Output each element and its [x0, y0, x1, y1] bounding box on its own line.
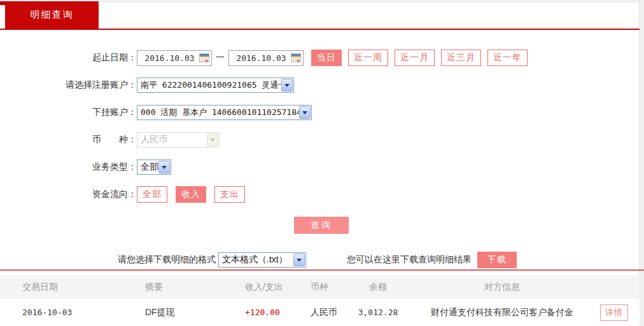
currency-row: 币 种： 人民币 [0, 132, 640, 148]
quick-range-week-button[interactable]: 近一周 [348, 50, 388, 66]
calendar-icon[interactable] [291, 53, 301, 63]
register-account-select[interactable]: 南平 6222001406100921065 灵通卡 [137, 78, 294, 93]
header-currency: 币种 [288, 282, 340, 293]
quick-range-today-button[interactable]: 当日 [311, 50, 342, 66]
header-counterparty: 对方信息 [416, 282, 589, 293]
table-row: 2016-10-03 DF提现 +120.00 人民币 3,012.28 财付通… [0, 299, 640, 326]
download-format-select[interactable]: 文本格式（.txt） [218, 252, 306, 268]
cell-counterparty: 财付通支付科技有限公司客户备付金 [416, 307, 589, 318]
fund-direction-row: 资金流向： 全部 收入 支出 [0, 186, 640, 203]
sub-account-label: 下挂账户： [0, 107, 137, 118]
chevron-down-icon [281, 79, 293, 92]
date-range-label: 起止日期： [0, 52, 137, 64]
chevron-down-icon [158, 161, 170, 173]
business-type-value: 全部 [141, 161, 158, 173]
date-separator: 一 [216, 52, 225, 64]
cell-trade-date: 2016-10-03 [0, 308, 123, 317]
detail-button[interactable]: 详情 [600, 304, 628, 321]
download-format-label: 请您选择下载明细的格式 [118, 254, 216, 266]
start-date-value: 2016.10.03 [140, 53, 199, 63]
date-range-row: 起止日期： 2016.10.03 一 2016.10.03 [0, 50, 640, 66]
header-balance: 余额 [340, 282, 416, 293]
fund-direction-all-button[interactable]: 全部 [137, 186, 167, 203]
tab-detail-query[interactable]: 明细查询 [5, 1, 99, 29]
fund-direction-expense-button[interactable]: 支出 [214, 186, 245, 203]
download-format-value: 文本格式（.txt） [222, 254, 288, 266]
chevron-down-icon [299, 106, 311, 119]
cell-summary: DF提现 [123, 307, 223, 318]
table-header-row: 交易日期 摘要 收入/支出 币种 余额 对方信息 [0, 275, 640, 299]
business-type-select[interactable]: 全部 [137, 160, 171, 175]
business-type-label: 业务类型： [0, 161, 137, 173]
tab-detail-query-label: 明细查询 [31, 9, 74, 21]
query-form: 起止日期： 2016.10.03 一 2016.10.03 [0, 32, 640, 268]
register-account-label: 请选择注册账户： [0, 79, 137, 91]
sub-account-row: 下挂账户： 000 活期 基本户 1406600101102571848 [0, 104, 640, 121]
end-date-value: 2016.10.03 [232, 53, 291, 63]
chevron-down-icon [207, 133, 218, 146]
start-date-input[interactable]: 2016.10.03 [137, 50, 212, 66]
tab-underline [0, 29, 640, 30]
fund-direction-income-button[interactable]: 收入 [176, 186, 206, 203]
register-account-value: 南平 6222001406100921065 灵通卡 [141, 79, 286, 91]
sub-account-select[interactable]: 000 活期 基本户 1406600101102571848 [137, 105, 312, 120]
quick-range-quarter-button[interactable]: 近三月 [441, 50, 481, 66]
table-top-divider [0, 269, 644, 271]
header-income-expense: 收入/支出 [223, 282, 288, 293]
business-type-row: 业务类型： 全部 [0, 159, 640, 175]
register-account-row: 请选择注册账户： 南平 6222001406100921065 灵通卡 [0, 77, 640, 93]
cell-balance: 3,012.28 [340, 308, 416, 317]
fund-direction-label: 资金流向： [0, 189, 137, 200]
header-trade-date: 交易日期 [0, 282, 123, 293]
quick-range-month-button[interactable]: 近一月 [395, 50, 435, 66]
currency-label: 币 种： [0, 134, 137, 146]
end-date-input[interactable]: 2016.10.03 [228, 50, 304, 66]
currency-select: 人民币 [137, 132, 220, 147]
chevron-down-icon [293, 254, 305, 266]
cell-amount: +120.00 [223, 308, 288, 317]
download-row: 请您选择下载明细的格式 文本格式（.txt） 您可以在这里下载查询明细结果 下载 [118, 252, 640, 268]
quick-range-year-button[interactable]: 近一年 [487, 50, 528, 66]
sub-account-value: 000 活期 基本户 1406600101102571848 [141, 107, 307, 118]
currency-value: 人民币 [141, 134, 167, 146]
download-result-hint: 您可以在这里下载查询明细结果 [347, 254, 472, 266]
query-button[interactable]: 查询 [294, 217, 349, 234]
calendar-icon[interactable] [199, 53, 209, 63]
download-button[interactable]: 下载 [477, 252, 517, 268]
cell-currency: 人民币 [288, 307, 340, 318]
header-summary: 摘要 [123, 282, 223, 293]
tab-strip-accent-bar [0, 1, 99, 5]
